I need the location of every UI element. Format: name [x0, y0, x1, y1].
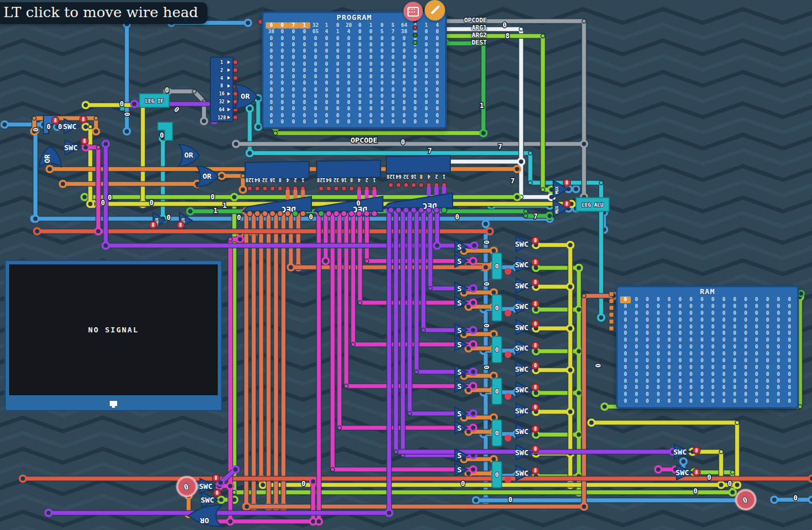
pin[interactable] — [609, 306, 614, 310]
wire-endpoint[interactable] — [231, 194, 238, 200]
wire-endpoint[interactable] — [567, 326, 574, 332]
wire-endpoint[interactable] — [483, 221, 489, 227]
leg-box[interactable]: LEG IF — [139, 94, 169, 107]
wire[interactable] — [160, 135, 166, 222]
wire-endpoint[interactable] — [187, 208, 194, 215]
wire-endpoint[interactable] — [83, 102, 89, 109]
io-button[interactable]: 0 — [177, 477, 197, 496]
wire[interactable] — [533, 242, 574, 248]
wire-endpoint[interactable] — [470, 300, 477, 306]
wire-endpoint[interactable] — [470, 327, 477, 334]
wire[interactable] — [533, 390, 582, 396]
wire[interactable] — [33, 127, 39, 222]
wire-endpoint[interactable] — [730, 489, 736, 496]
wire-endpoint[interactable] — [247, 106, 253, 112]
wire-endpoint[interactable] — [576, 348, 582, 355]
wire[interactable] — [251, 208, 257, 510]
wire[interactable] — [771, 497, 812, 503]
wire-endpoint[interactable] — [233, 467, 239, 473]
wire-endpoint[interactable] — [131, 101, 138, 107]
wire[interactable] — [2, 122, 47, 128]
wire[interactable] — [533, 265, 582, 271]
wire-endpoint[interactable] — [547, 213, 553, 219]
wire-endpoint[interactable] — [47, 166, 53, 172]
wire-endpoint[interactable] — [771, 497, 778, 503]
wire[interactable] — [533, 284, 574, 290]
wire-endpoint[interactable] — [34, 228, 41, 235]
wire-endpoint[interactable] — [567, 367, 574, 374]
wire-endpoint[interactable] — [514, 194, 521, 200]
wire-endpoint[interactable] — [809, 476, 812, 482]
wire[interactable] — [533, 326, 574, 332]
legend-pin[interactable] — [413, 40, 418, 45]
pin[interactable] — [609, 292, 614, 296]
or-gate[interactable]: OR — [179, 144, 199, 166]
wire-endpoint[interactable] — [470, 411, 477, 417]
wire[interactable] — [281, 208, 287, 510]
wire-endpoint[interactable] — [201, 118, 207, 125]
wire[interactable] — [533, 307, 582, 313]
legend-pin[interactable] — [413, 33, 418, 38]
wire-endpoint[interactable] — [310, 479, 317, 485]
wire-endpoint[interactable] — [809, 497, 812, 503]
wire-endpoint[interactable] — [434, 243, 441, 249]
wire-endpoint[interactable] — [60, 181, 66, 187]
wire-endpoint[interactable] — [470, 258, 477, 264]
circuit-canvas[interactable]: 1248163264128OROROROROR1286432168421DEC1… — [0, 0, 812, 530]
wire-endpoint[interactable] — [82, 194, 88, 200]
wire-endpoint[interactable] — [46, 510, 52, 516]
wire-endpoint[interactable] — [567, 242, 574, 248]
pin[interactable] — [609, 312, 614, 317]
wire-endpoint[interactable] — [470, 467, 477, 473]
pin[interactable] — [798, 291, 804, 296]
wire-endpoint[interactable] — [316, 519, 322, 525]
wire[interactable] — [273, 208, 279, 510]
io-button[interactable]: 0 — [736, 490, 755, 509]
wire-endpoint[interactable] — [483, 264, 489, 271]
wire-endpoint[interactable] — [681, 459, 687, 465]
wire[interactable] — [533, 432, 582, 438]
legend-pin[interactable] — [413, 25, 418, 30]
wire[interactable] — [266, 208, 272, 510]
wire[interactable] — [258, 208, 265, 482]
wire-endpoint[interactable] — [487, 228, 493, 235]
wire[interactable] — [533, 348, 582, 355]
wire[interactable] — [233, 141, 587, 147]
wire[interactable] — [288, 208, 294, 271]
wire-endpoint[interactable] — [255, 124, 262, 130]
wire-endpoint[interactable] — [103, 243, 109, 249]
wire[interactable] — [310, 479, 317, 525]
wire-endpoint[interactable] — [124, 129, 130, 135]
wire-endpoint[interactable] — [471, 243, 478, 249]
wire-endpoint[interactable] — [573, 186, 579, 192]
wire-endpoint[interactable] — [227, 483, 234, 489]
wire-endpoint[interactable] — [581, 504, 587, 510]
or-gate[interactable]: OR — [39, 146, 61, 167]
wire[interactable] — [46, 510, 393, 516]
wire-endpoint[interactable] — [567, 284, 574, 290]
wire-endpoint[interactable] — [718, 482, 725, 488]
wire-endpoint[interactable] — [227, 519, 234, 525]
wire-endpoint[interactable] — [581, 141, 587, 147]
wire-endpoint[interactable] — [470, 369, 477, 375]
screen-monitor[interactable]: NO SIGNAL — [5, 260, 222, 411]
wire-endpoint[interactable] — [219, 173, 225, 179]
wire-endpoint[interactable] — [567, 409, 574, 415]
wire-endpoint[interactable] — [247, 150, 253, 156]
wire-endpoint[interactable] — [233, 141, 239, 147]
wire[interactable] — [124, 21, 130, 135]
wire-endpoint[interactable] — [576, 390, 582, 396]
wire[interactable] — [219, 173, 246, 193]
wire[interactable] — [386, 206, 393, 516]
program-edit-button[interactable] — [403, 2, 423, 21]
wire-endpoint[interactable] — [288, 264, 294, 271]
wire[interactable] — [316, 208, 322, 525]
dec-decoder[interactable]: 1286432168421DEC — [243, 162, 311, 216]
byte-splitter[interactable]: 1248163264128 — [210, 57, 238, 122]
wire-endpoint[interactable] — [518, 159, 525, 165]
wire-endpoint[interactable] — [237, 236, 243, 243]
wire-endpoint[interactable] — [734, 482, 741, 488]
wire[interactable] — [60, 181, 201, 187]
ram-panel[interactable]: RAM 000000000000000000000000000000000000… — [616, 286, 799, 409]
wire-endpoint[interactable] — [245, 20, 251, 26]
